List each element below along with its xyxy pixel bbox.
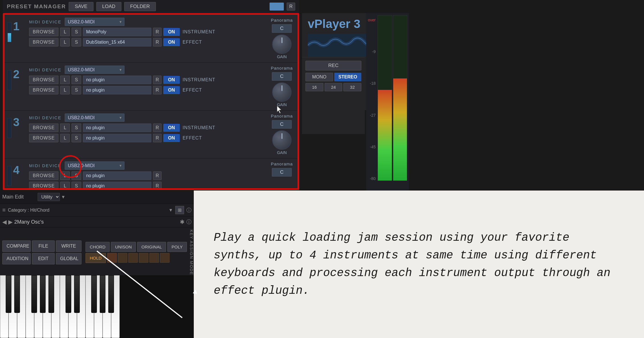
s-btn-3-effect[interactable]: S bbox=[72, 134, 81, 142]
browse-btn-2-instrument[interactable]: BROWSE bbox=[29, 76, 58, 84]
piano-keyboard[interactable] bbox=[0, 275, 194, 338]
plugin-name-4-instrument[interactable] bbox=[83, 171, 151, 180]
s-btn-1-effect[interactable]: S bbox=[72, 38, 81, 46]
on-btn-3-effect[interactable]: ON bbox=[163, 134, 180, 142]
plugin-name-1-effect[interactable] bbox=[83, 38, 151, 46]
save-button[interactable]: SAVE bbox=[69, 2, 93, 11]
plugin-name-2-effect[interactable] bbox=[83, 86, 151, 94]
l-btn-4-effect[interactable]: L bbox=[60, 182, 70, 190]
s-btn-4-effect[interactable]: S bbox=[72, 182, 81, 190]
gain-knob-3[interactable] bbox=[272, 130, 292, 150]
browse-btn-1-effect[interactable]: BROWSE bbox=[29, 38, 58, 46]
r-btn-1-effect[interactable]: R bbox=[153, 38, 162, 46]
s-btn-2-instrument[interactable]: S bbox=[72, 76, 81, 84]
plugin-name-2-instrument[interactable] bbox=[83, 76, 151, 84]
utility-select[interactable]: Utility bbox=[38, 193, 60, 201]
on-btn-2-effect[interactable]: ON bbox=[163, 86, 180, 94]
unison-button[interactable]: UNISON bbox=[111, 242, 136, 252]
on-btn-1-effect[interactable]: ON bbox=[163, 38, 180, 46]
load-button[interactable]: LOAD bbox=[96, 2, 121, 11]
pad-3[interactable] bbox=[128, 253, 138, 263]
l-btn-3-effect[interactable]: L bbox=[60, 134, 70, 142]
s-btn-2-effect[interactable]: S bbox=[72, 86, 81, 94]
audition-button[interactable]: AUDITION bbox=[2, 253, 31, 264]
midi-device-select-1[interactable]: USB2.0-MIDI bbox=[65, 18, 125, 26]
pad-4[interactable] bbox=[139, 253, 148, 263]
bits-32-button[interactable]: 32 bbox=[343, 83, 361, 91]
prev-icon[interactable]: ◀ bbox=[2, 218, 7, 225]
r-btn-1-instrument[interactable]: R bbox=[153, 28, 162, 36]
black-key[interactable] bbox=[100, 275, 105, 313]
file-button[interactable]: FILE bbox=[32, 240, 55, 252]
l-btn-1-instrument[interactable]: L bbox=[60, 28, 70, 36]
r-btn-3-instrument[interactable]: R bbox=[153, 124, 162, 132]
browse-btn-4-instrument[interactable]: BROWSE bbox=[29, 171, 58, 180]
plugin-name-3-instrument[interactable] bbox=[83, 124, 151, 132]
info-icon-2[interactable]: ⓘ bbox=[186, 218, 191, 225]
browse-btn-3-instrument[interactable]: BROWSE bbox=[29, 124, 58, 132]
pad-1[interactable] bbox=[107, 253, 117, 263]
gain-knob-1[interactable] bbox=[272, 35, 292, 54]
black-key[interactable] bbox=[74, 275, 80, 313]
chevron-down-icon[interactable]: ▼ bbox=[168, 208, 173, 213]
next-icon[interactable]: ▶ bbox=[8, 218, 13, 225]
r-btn-2-effect[interactable]: R bbox=[153, 86, 162, 94]
mono-button[interactable]: MONO bbox=[305, 73, 333, 81]
browse-btn-1-instrument[interactable]: BROWSE bbox=[29, 28, 58, 36]
folder-button[interactable]: FOLDER bbox=[124, 2, 156, 11]
chord-button[interactable]: CHORD bbox=[85, 242, 110, 252]
black-key[interactable] bbox=[108, 275, 114, 313]
info-icon[interactable]: ⓘ bbox=[186, 207, 191, 214]
browse-btn-3-effect[interactable]: BROWSE bbox=[29, 134, 58, 142]
filter-icon[interactable]: ≡ bbox=[2, 207, 6, 213]
r-btn-4-instrument[interactable]: R bbox=[153, 171, 162, 180]
global-button[interactable]: GLOBAL bbox=[56, 253, 81, 264]
r-btn-2-instrument[interactable]: R bbox=[153, 76, 162, 84]
black-key[interactable] bbox=[6, 275, 11, 313]
on-btn-1-instrument[interactable]: ON bbox=[163, 28, 180, 36]
black-key[interactable] bbox=[14, 275, 20, 313]
black-key[interactable] bbox=[40, 275, 46, 313]
compare-button[interactable]: COMPARE bbox=[2, 240, 31, 252]
edit-button[interactable]: EDIT bbox=[32, 253, 55, 264]
on-btn-3-instrument[interactable]: ON bbox=[163, 124, 180, 132]
l-btn-4-instrument[interactable]: L bbox=[60, 171, 70, 180]
plugin-name-1-instrument[interactable] bbox=[83, 28, 151, 36]
s-btn-3-instrument[interactable]: S bbox=[72, 124, 81, 132]
bits-16-button[interactable]: 16 bbox=[305, 83, 323, 91]
black-key[interactable] bbox=[66, 275, 71, 313]
s-btn-4-instrument[interactable]: S bbox=[72, 171, 81, 180]
l-btn-2-effect[interactable]: L bbox=[60, 86, 70, 94]
write-button[interactable]: WRITE bbox=[56, 240, 81, 252]
asterisk-icon[interactable]: ✱ bbox=[180, 218, 185, 225]
l-btn-1-effect[interactable]: L bbox=[60, 38, 70, 46]
bits-24-button[interactable]: 24 bbox=[325, 83, 343, 91]
rec-button[interactable]: REC bbox=[305, 61, 361, 70]
on-btn-2-instrument[interactable]: ON bbox=[163, 76, 180, 84]
l-btn-2-instrument[interactable]: L bbox=[60, 76, 70, 84]
midi-device-select-4[interactable]: USB2.0-MIDI bbox=[65, 161, 125, 170]
midi-device-select-2[interactable]: USB2.0-MIDI bbox=[65, 66, 125, 74]
hold-button[interactable]: HOLD bbox=[85, 253, 106, 263]
black-key[interactable] bbox=[91, 275, 97, 313]
gain-knob-2[interactable] bbox=[272, 82, 292, 102]
l-btn-3-instrument[interactable]: L bbox=[60, 124, 70, 132]
preset-extra-btn[interactable]: R bbox=[287, 3, 295, 11]
r-btn-3-effect[interactable]: R bbox=[153, 134, 162, 142]
original-button[interactable]: ORIGINAL bbox=[137, 242, 166, 252]
r-btn-4-effect[interactable]: R bbox=[153, 182, 162, 190]
browse-btn-4-effect[interactable]: BROWSE bbox=[29, 182, 58, 190]
black-key[interactable] bbox=[48, 275, 54, 313]
black-key[interactable] bbox=[31, 275, 37, 313]
list-view-icon[interactable]: ⊞ bbox=[175, 206, 184, 214]
plugin-name-4-effect[interactable] bbox=[83, 182, 151, 190]
browse-btn-2-effect[interactable]: BROWSE bbox=[29, 86, 58, 94]
pad-5[interactable] bbox=[149, 253, 159, 263]
poly-button[interactable]: POLY bbox=[167, 242, 187, 252]
midi-device-select-3[interactable]: USB2.0-MIDI bbox=[65, 114, 125, 122]
pad-2[interactable] bbox=[118, 253, 127, 263]
s-btn-1-instrument[interactable]: S bbox=[72, 28, 81, 36]
pad-6[interactable] bbox=[160, 253, 170, 263]
plugin-name-3-effect[interactable] bbox=[83, 134, 151, 142]
stereo-button[interactable]: STEREO bbox=[334, 73, 361, 81]
